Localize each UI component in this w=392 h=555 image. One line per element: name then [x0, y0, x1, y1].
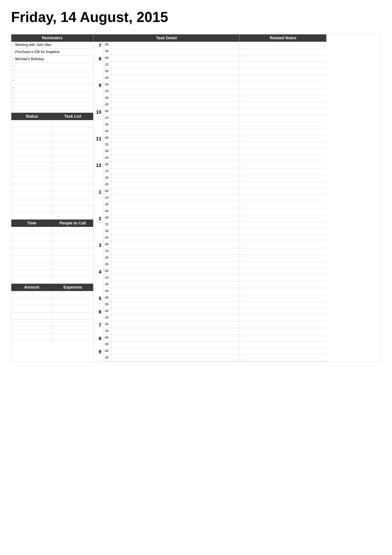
- slot-content[interactable]: [111, 295, 240, 301]
- note-row[interactable]: [240, 102, 326, 108]
- note-row[interactable]: [240, 355, 326, 361]
- slot-content[interactable]: [111, 115, 240, 121]
- note-row[interactable]: [240, 255, 326, 262]
- note-row[interactable]: [240, 288, 326, 295]
- people-row: [11, 241, 93, 248]
- note-row[interactable]: [240, 148, 326, 155]
- slot-content[interactable]: [111, 321, 240, 328]
- note-row[interactable]: [240, 155, 326, 162]
- note-row[interactable]: [240, 228, 326, 235]
- slot-content[interactable]: [111, 228, 240, 235]
- note-row[interactable]: [240, 95, 326, 102]
- note-row[interactable]: [240, 208, 326, 215]
- slot-content[interactable]: [111, 222, 240, 228]
- slot-content[interactable]: [111, 301, 240, 308]
- note-row[interactable]: [240, 241, 326, 248]
- slot-content[interactable]: [111, 215, 240, 221]
- slot-content[interactable]: [111, 42, 240, 48]
- slot-content[interactable]: [111, 128, 240, 135]
- slot-content[interactable]: [111, 162, 240, 168]
- note-row[interactable]: [240, 175, 326, 182]
- slot-content[interactable]: [111, 108, 240, 115]
- note-row[interactable]: [240, 348, 326, 355]
- slot-content[interactable]: [111, 82, 240, 88]
- slot-label: :00: [103, 162, 111, 168]
- slot-content[interactable]: [111, 68, 240, 75]
- slot-content[interactable]: [111, 142, 240, 148]
- slot-content[interactable]: [111, 195, 240, 201]
- note-row[interactable]: [240, 328, 326, 335]
- note-row[interactable]: [240, 308, 326, 315]
- note-row[interactable]: [240, 182, 326, 188]
- slot-content[interactable]: [111, 262, 240, 268]
- note-row[interactable]: [240, 315, 326, 321]
- slot-content[interactable]: [111, 282, 240, 288]
- note-row[interactable]: [240, 122, 326, 128]
- slot-content[interactable]: [111, 102, 240, 108]
- note-row[interactable]: [240, 321, 326, 328]
- note-row[interactable]: [240, 235, 326, 241]
- note-row[interactable]: [240, 335, 326, 341]
- slot-content[interactable]: [111, 188, 240, 195]
- note-row[interactable]: [240, 68, 326, 75]
- note-row[interactable]: [240, 168, 326, 175]
- slot-content[interactable]: [111, 75, 240, 81]
- note-row[interactable]: [240, 275, 326, 282]
- note-row[interactable]: [240, 195, 326, 202]
- slot-content[interactable]: [111, 275, 240, 281]
- note-row[interactable]: [240, 82, 326, 88]
- slot-content[interactable]: [111, 182, 240, 188]
- slot-content[interactable]: [111, 55, 240, 61]
- time-slot: :00: [103, 162, 240, 168]
- slot-content[interactable]: [111, 48, 240, 55]
- slot-content[interactable]: [111, 175, 240, 181]
- slot-content[interactable]: [111, 341, 240, 348]
- note-row[interactable]: [240, 188, 326, 195]
- note-row[interactable]: [240, 62, 326, 68]
- note-row[interactable]: [240, 115, 326, 122]
- note-row[interactable]: [240, 268, 326, 275]
- note-row[interactable]: [240, 215, 326, 222]
- slot-content[interactable]: [111, 135, 240, 141]
- note-row[interactable]: [240, 282, 326, 288]
- note-row[interactable]: [240, 248, 326, 255]
- slot-content[interactable]: [111, 208, 240, 215]
- slot-content[interactable]: [111, 315, 240, 321]
- slot-content[interactable]: [111, 122, 240, 128]
- note-row[interactable]: [240, 222, 326, 228]
- slot-content[interactable]: [111, 95, 240, 102]
- note-row[interactable]: [240, 42, 326, 48]
- note-row[interactable]: [240, 48, 326, 55]
- note-row[interactable]: [240, 108, 326, 115]
- slot-content[interactable]: [111, 168, 240, 175]
- note-row[interactable]: [240, 128, 326, 135]
- slot-label: :00: [103, 135, 111, 141]
- slot-content[interactable]: [111, 335, 240, 341]
- slot-content[interactable]: [111, 288, 240, 295]
- note-row[interactable]: [240, 262, 326, 268]
- note-row[interactable]: [240, 88, 326, 95]
- slot-content[interactable]: [111, 268, 240, 275]
- note-row[interactable]: [240, 202, 326, 208]
- slot-content[interactable]: [111, 241, 240, 248]
- slot-content[interactable]: [111, 328, 240, 335]
- slot-content[interactable]: [111, 308, 240, 314]
- note-row[interactable]: [240, 162, 326, 168]
- note-row[interactable]: [240, 341, 326, 348]
- slot-content[interactable]: [111, 62, 240, 68]
- note-row[interactable]: [240, 142, 326, 148]
- slot-content[interactable]: [111, 348, 240, 355]
- slot-content[interactable]: [111, 248, 240, 255]
- slot-content[interactable]: [111, 255, 240, 261]
- slot-content[interactable]: [111, 235, 240, 241]
- note-row[interactable]: [240, 301, 326, 308]
- note-row[interactable]: [240, 135, 326, 142]
- slot-content[interactable]: [111, 88, 240, 95]
- slot-content[interactable]: [111, 355, 240, 361]
- slot-content[interactable]: [111, 148, 240, 155]
- note-row[interactable]: [240, 55, 326, 62]
- slot-content[interactable]: [111, 202, 240, 208]
- note-row[interactable]: [240, 295, 326, 301]
- slot-content[interactable]: [111, 155, 240, 161]
- note-row[interactable]: [240, 75, 326, 82]
